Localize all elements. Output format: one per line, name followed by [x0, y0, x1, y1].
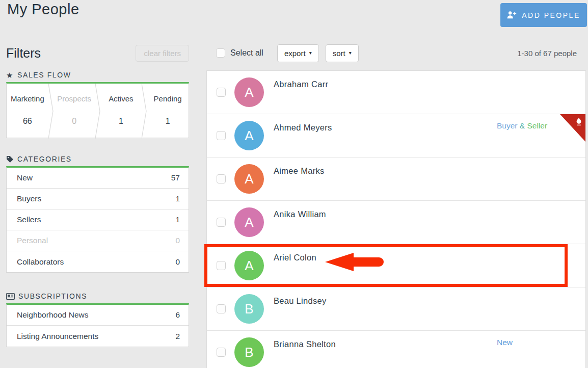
category-label: Collaborators — [17, 257, 64, 267]
tag-icon — [6, 155, 14, 163]
funnel-divider — [95, 84, 100, 139]
list-toolbar: Select all export ▾ sort ▾ 1-30 of 67 pe… — [206, 44, 586, 62]
subscription-label: Neighborhood News — [17, 310, 88, 320]
people-list: A Abraham Carr A Ahmed Meyers Buyer & Se… — [206, 70, 586, 368]
select-all-label: Select all — [230, 48, 263, 58]
funnel-divider — [142, 84, 147, 139]
sales-flow-title: SALES FLOW — [17, 71, 71, 79]
pagination-count: 1-30 of 67 people — [517, 49, 586, 58]
subscription-row-listing-announcements[interactable]: Listing Announcements 2 — [7, 326, 189, 347]
stage-value: 0 — [72, 117, 76, 126]
category-label: Buyers — [17, 194, 41, 203]
person-name: Ariel Colon — [274, 253, 316, 262]
categories-card: New 57 Buyers 1 Sellers 1 Personal 0 Col… — [6, 166, 189, 273]
subscriptions-card: Neighborhood News 6 Listing Announcement… — [6, 303, 189, 347]
person-row-abraham-carr[interactable]: A Abraham Carr — [207, 71, 585, 114]
categories-header: CATEGORIES — [6, 155, 189, 163]
stage-value: 66 — [23, 117, 32, 126]
category-row-collaborators[interactable]: Collaborators 0 — [7, 251, 189, 272]
category-label: New — [17, 173, 33, 182]
category-count: 0 — [175, 257, 180, 267]
stage-label: Actives — [109, 94, 133, 103]
person-name: Anika William — [274, 209, 326, 219]
person-row-brianna-shelton[interactable]: B Brianna Shelton New — [207, 331, 585, 368]
person-name: Aimee Marks — [274, 166, 325, 176]
funnel-stage-prospects[interactable]: Prospects 0 — [54, 84, 95, 138]
sales-flow-header: ★ SALES FLOW — [6, 71, 189, 79]
row-checkbox[interactable] — [217, 348, 226, 357]
category-row-buyers[interactable]: Buyers 1 — [7, 189, 189, 209]
category-count: 57 — [171, 173, 180, 182]
row-checkbox[interactable] — [217, 88, 226, 97]
row-checkbox[interactable] — [217, 304, 226, 313]
subscriptions-title: SUBSCRIPTIONS — [18, 292, 87, 300]
add-people-label: ADD PEOPLE — [522, 11, 580, 19]
select-all-checkbox[interactable] — [216, 48, 225, 58]
person-row-ariel-colon[interactable]: A Ariel Colon — [207, 244, 585, 287]
category-label: Personal — [17, 236, 48, 245]
category-tags: Buyer & Seller — [497, 121, 547, 130]
flame-icon — [576, 118, 582, 128]
people-main: Select all export ▾ sort ▾ 1-30 of 67 pe… — [206, 44, 586, 368]
avatar: A — [234, 207, 264, 237]
sales-flow-funnel: Marketing 66 Prospects 0 Actives 1 Pendi… — [6, 82, 189, 138]
export-dropdown[interactable]: export ▾ — [277, 44, 319, 62]
person-row-beau-lindsey[interactable]: B Beau Lindsey — [207, 287, 585, 331]
row-checkbox[interactable] — [217, 131, 226, 140]
filters-title: Filters — [6, 46, 41, 61]
avatar: B — [234, 337, 264, 367]
sort-dropdown[interactable]: sort ▾ — [326, 44, 359, 62]
category-count: 1 — [175, 194, 180, 203]
subscriptions-header: SUBSCRIPTIONS — [6, 292, 189, 300]
person-row-anika-william[interactable]: A Anika William — [207, 201, 585, 244]
filters-sidebar: Filters clear filters ★ SALES FLOW Marke… — [6, 44, 189, 347]
buyer-tag: Buyer — [497, 121, 518, 130]
category-row-personal[interactable]: Personal 0 — [7, 230, 189, 251]
subscription-count: 2 — [175, 332, 180, 341]
newspaper-icon — [6, 293, 15, 300]
stage-label: Prospects — [57, 94, 91, 103]
avatar: A — [234, 121, 264, 150]
avatar: A — [234, 164, 264, 194]
funnel-stage-marketing[interactable]: Marketing 66 — [7, 84, 48, 138]
stage-value: 1 — [119, 117, 123, 126]
person-name: Beau Lindsey — [274, 296, 327, 306]
stage-label: Pending — [154, 94, 182, 103]
category-count: 1 — [175, 215, 180, 224]
subscription-count: 6 — [175, 310, 180, 320]
subscription-row-neighborhood-news[interactable]: Neighborhood News 6 — [7, 305, 189, 326]
stage-label: Marketing — [11, 94, 44, 103]
row-checkbox[interactable] — [217, 174, 226, 183]
subscription-label: Listing Announcements — [17, 332, 98, 341]
new-badge: New — [497, 338, 513, 347]
category-label: Sellers — [17, 215, 41, 224]
add-people-button[interactable]: ADD PEOPLE — [500, 3, 587, 27]
funnel-stage-pending[interactable]: Pending 1 — [147, 84, 189, 138]
category-count: 0 — [175, 236, 180, 245]
avatar: A — [234, 77, 264, 107]
person-row-ahmed-meyers[interactable]: A Ahmed Meyers Buyer & Seller — [207, 114, 585, 157]
sort-label: sort — [333, 49, 345, 58]
avatar: A — [234, 251, 264, 280]
person-name: Ahmed Meyers — [274, 123, 332, 133]
seller-tag: Seller — [527, 121, 547, 130]
person-name: Brianna Shelton — [274, 339, 336, 349]
export-label: export — [284, 49, 306, 58]
clear-filters-button[interactable]: clear filters — [136, 45, 189, 62]
chevron-down-icon: ▾ — [309, 50, 312, 56]
ampersand: & — [518, 121, 527, 130]
category-row-sellers[interactable]: Sellers 1 — [7, 209, 189, 230]
person-name: Abraham Carr — [274, 80, 328, 89]
avatar: B — [234, 294, 264, 324]
page-title: My People — [7, 1, 79, 18]
funnel-stage-actives[interactable]: Actives 1 — [100, 84, 142, 138]
row-checkbox[interactable] — [217, 261, 226, 270]
chevron-down-icon: ▾ — [349, 50, 352, 56]
funnel-divider — [48, 84, 54, 139]
category-row-new[interactable]: New 57 — [7, 168, 189, 189]
row-checkbox[interactable] — [217, 218, 226, 227]
person-plus-icon — [507, 11, 517, 19]
categories-title: CATEGORIES — [17, 155, 72, 163]
stage-value: 1 — [166, 117, 170, 126]
person-row-aimee-marks[interactable]: A Aimee Marks — [207, 157, 585, 201]
